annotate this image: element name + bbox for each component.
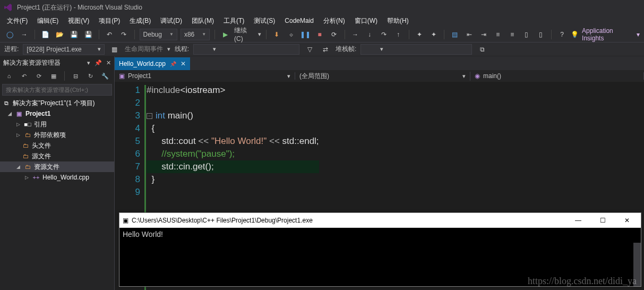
collapse-icon[interactable]: ⊟ [70, 70, 81, 82]
project-icon: ▣ [119, 72, 125, 80]
show-all-icon[interactable]: ▦ [48, 70, 59, 82]
menu-build[interactable]: 生成(B) [125, 15, 156, 27]
minimize-button[interactable]: — [568, 215, 589, 226]
tree-refs[interactable]: ▷ ■□ 引用 [0, 119, 114, 130]
pin-icon[interactable]: 📌 [170, 61, 176, 67]
indent-left-icon[interactable]: ⇤ [463, 29, 475, 40]
continue-label[interactable]: 继续(C) [234, 26, 255, 42]
bookmark2-icon[interactable]: ▯ [535, 29, 546, 40]
step-icon[interactable]: ⟐ [286, 29, 297, 40]
menu-help[interactable]: 帮助(H) [382, 15, 414, 27]
pin-icon[interactable]: 📌 [95, 59, 102, 66]
tree-project[interactable]: ◢ ▣ Project1 [0, 108, 114, 119]
solution-icon: ⧉ [2, 99, 11, 107]
stop-icon[interactable]: ■ [314, 29, 325, 40]
stackframe-selector[interactable]: ▾ [360, 44, 472, 55]
fold-icon[interactable]: − [147, 113, 152, 119]
nav-scope[interactable]: (全局范围) ▾ [295, 72, 470, 81]
step-out-icon[interactable]: ↑ [393, 29, 404, 40]
maximize-button[interactable]: ☐ [592, 215, 613, 226]
new-project-icon[interactable]: 📄 [40, 29, 51, 40]
pause-icon[interactable]: ❚❚ [300, 29, 311, 40]
close-button[interactable]: ✕ [616, 215, 638, 226]
menu-file[interactable]: 文件(F) [2, 15, 32, 27]
uncomment-icon[interactable]: ≡ [506, 29, 518, 40]
folder-icon: 🗀 [23, 163, 32, 171]
help-icon[interactable]: ? [556, 29, 568, 40]
caret-open-icon[interactable]: ◢ [6, 111, 13, 116]
caret-open-icon[interactable]: ◢ [15, 164, 21, 169]
open-icon[interactable]: 📂 [54, 29, 65, 40]
save-icon[interactable]: 💾 [68, 29, 80, 40]
search-input[interactable] [2, 84, 112, 96]
bookmark-icon[interactable]: ▯ [521, 29, 532, 40]
menu-codemaid[interactable]: CodeMaid [280, 16, 319, 25]
nav-fwd-icon[interactable]: → [19, 29, 30, 40]
menu-window[interactable]: 窗口(W) [350, 15, 382, 27]
break-all-icon[interactable]: ⬇ [271, 29, 282, 40]
menu-tools[interactable]: 工具(T) [219, 15, 249, 27]
menu-view[interactable]: 视图(V) [63, 15, 94, 27]
nav-project[interactable]: ▣ Project1 ▾ [115, 72, 295, 80]
panel-search[interactable] [2, 84, 112, 96]
dropdown-icon[interactable]: ▾ [87, 59, 90, 66]
step-into-icon[interactable]: ↓ [364, 29, 375, 40]
close-icon[interactable]: ✕ [106, 59, 111, 66]
tree-headers[interactable]: 🗀 头文件 [0, 140, 114, 151]
nav-back-icon[interactable]: ◯ [4, 29, 15, 40]
menu-debug[interactable]: 调试(D) [156, 15, 187, 27]
tree-label: Project1 [25, 110, 50, 117]
thread-toggle-icon[interactable]: ⇄ [320, 44, 331, 55]
layout-icon[interactable]: ▤ [449, 29, 460, 40]
platform-selector[interactable]: x86▼ [181, 29, 210, 40]
separator [35, 30, 35, 39]
console-titlebar[interactable]: ▣ C:\Users\ASUS\Desktop\C++ Files\Projec… [119, 213, 641, 228]
stack-options-icon[interactable]: ⧉ [476, 44, 488, 55]
menu-edit[interactable]: 编辑(E) [32, 15, 63, 27]
home-icon[interactable]: ⌂ [3, 70, 15, 82]
undo-icon[interactable]: ↶ [104, 29, 115, 40]
console-window[interactable]: ▣ C:\Users\ASUS\Desktop\C++ Files\Projec… [119, 212, 641, 287]
back-icon[interactable]: ↶ [18, 70, 30, 82]
tab-active[interactable]: Hello_World.cpp 📌 ✕ [115, 57, 190, 70]
nav-func[interactable]: ◉ main() [470, 72, 644, 80]
menu-test[interactable]: 测试(S) [249, 15, 280, 27]
caret-closed-icon[interactable]: ▷ [15, 132, 21, 138]
indent-right-icon[interactable]: ⇥ [478, 29, 489, 40]
menu-project[interactable]: 项目(P) [94, 15, 125, 27]
menu-team[interactable]: 团队(M) [187, 15, 219, 27]
thread-filter-icon[interactable]: ▽ [304, 44, 315, 55]
tree-sources[interactable]: 🗀 源文件 [0, 151, 114, 161]
misc2-icon[interactable]: ✦ [428, 29, 439, 40]
bulb-icon: 💡 [571, 31, 579, 38]
continue-icon[interactable]: ▶ [220, 29, 231, 40]
tree-resources[interactable]: ◢ 🗀 资源文件 [0, 161, 114, 172]
chevron-down-icon[interactable]: ▾ [167, 46, 170, 53]
restart-icon[interactable]: ⟳ [329, 29, 340, 40]
config-selector[interactable]: Debug▼ [140, 29, 177, 40]
misc1-icon[interactable]: ✦ [414, 29, 425, 40]
panel-toolbar: ⌂ ↶ ⟳ ▦ ⊟ ↻ 🔧 [0, 69, 114, 83]
refresh-icon[interactable]: ↻ [84, 70, 96, 82]
thread-selector[interactable]: ▾ [193, 44, 299, 55]
menu-analyze[interactable]: 分析(N) [319, 15, 350, 27]
close-icon[interactable]: ✕ [181, 60, 186, 67]
tree-external[interactable]: ▷ 🗀 外部依赖项 [0, 130, 114, 140]
app-insights-button[interactable]: 💡 Application Insights ▾ [571, 27, 640, 42]
save-all-icon[interactable]: 💾 [83, 29, 94, 40]
caret-closed-icon[interactable]: ▷ [15, 122, 21, 127]
caret-closed-icon[interactable]: ▷ [23, 175, 30, 180]
lifecycle-icon[interactable]: ▦ [109, 44, 121, 55]
comment-icon[interactable]: ≡ [492, 29, 503, 40]
tree-solution[interactable]: ⧉ 解决方案"Project1"(1 个项目) [0, 98, 114, 108]
scrollbar[interactable] [633, 243, 641, 286]
show-next-icon[interactable]: → [350, 29, 361, 40]
sync-icon[interactable]: ⟳ [33, 70, 45, 82]
properties-icon[interactable]: 🔧 [99, 70, 111, 82]
step-over-icon[interactable]: ↷ [379, 29, 390, 40]
process-selector[interactable]: [9228] Project1.exe▾ [23, 44, 104, 55]
chevron-down-icon[interactable]: ▾ [258, 31, 261, 38]
separator [409, 30, 409, 39]
redo-icon[interactable]: ↷ [118, 29, 130, 40]
tree-file[interactable]: ▷ ++ Hello_World.cpp [0, 172, 114, 183]
